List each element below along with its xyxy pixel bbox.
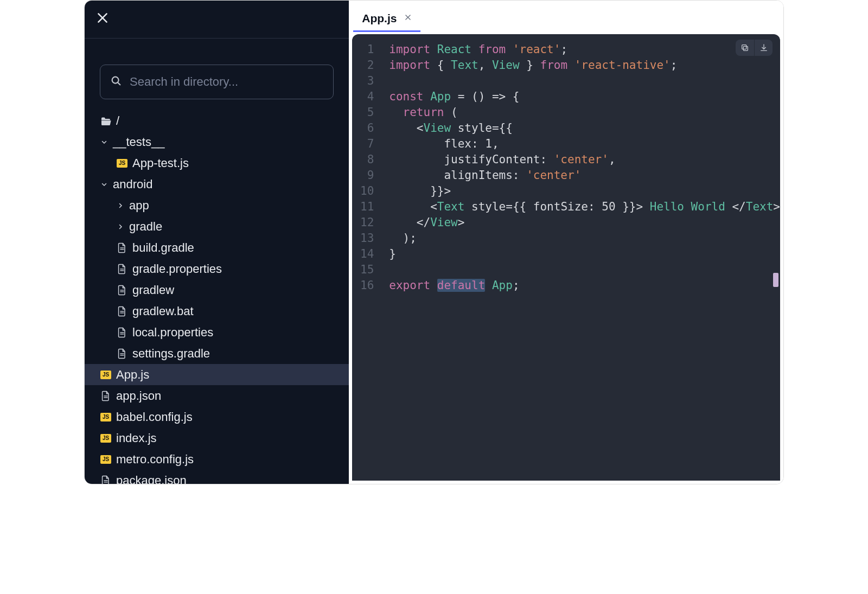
tree-item-indexjs[interactable]: JSindex.js [85, 427, 349, 449]
sidebar-top-bar [85, 1, 349, 39]
tree-item-app[interactable]: app [85, 195, 349, 216]
tree-item-label: gradlew [132, 283, 174, 297]
file-icon [116, 327, 128, 338]
file-icon [116, 348, 128, 359]
tree-item-buildgradle[interactable]: build.gradle [85, 237, 349, 258]
scrollbar-marker[interactable] [773, 273, 778, 287]
code-line: flex: 1, [381, 136, 780, 152]
tree-item-package[interactable]: package.json [85, 470, 349, 484]
code-line: ); [381, 231, 780, 246]
root-folder[interactable]: / [85, 110, 349, 131]
tree-item-label: metro.config.js [116, 452, 194, 467]
chevron-down-icon [100, 181, 108, 188]
code-line: <View style={{ [381, 120, 780, 136]
folder-open-icon [100, 117, 112, 125]
search-input[interactable] [130, 75, 323, 89]
editor-tab-bar: App.js [349, 1, 783, 32]
tree-item-gradlewbat[interactable]: gradlew.bat [85, 301, 349, 322]
js-file-icon: JS [100, 413, 112, 421]
tree-item-appjson[interactable]: app.json [85, 385, 349, 406]
svg-rect-23 [742, 45, 746, 49]
tree-item-android[interactable]: android [85, 174, 349, 195]
tree-item-label: android [113, 177, 152, 191]
line-number: 16 [352, 278, 381, 293]
code-line: import { Text, View } from 'react-native… [381, 58, 780, 73]
tree-item-metro[interactable]: JSmetro.config.js [85, 449, 349, 470]
tree-item-gradlew[interactable]: gradlew [85, 279, 349, 301]
tab-label: App.js [362, 12, 397, 25]
svg-rect-22 [743, 46, 748, 50]
code-line: }}> [381, 183, 780, 199]
code-line: return ( [381, 105, 780, 120]
search-box[interactable] [100, 65, 334, 99]
line-number: 5 [352, 105, 381, 120]
code-line: export default App; [381, 278, 780, 293]
js-file-icon: JS [116, 159, 128, 168]
tree-item-label: gradle.properties [132, 262, 222, 276]
file-icon [100, 475, 112, 484]
tree-item-label: settings.gradle [132, 347, 210, 361]
code-line [381, 73, 780, 89]
search-container [85, 39, 349, 106]
code-line: } [381, 246, 780, 262]
tree-item-appjs[interactable]: JSApp.js [85, 364, 349, 385]
tab-app-js[interactable]: App.js [353, 7, 420, 32]
js-file-icon: JS [100, 455, 112, 464]
tree-item-babel[interactable]: JSbabel.config.js [85, 406, 349, 427]
tree-item-label: app.json [116, 389, 161, 403]
code-line: justifyContent: 'center', [381, 152, 780, 168]
tree-item-tests[interactable]: __tests__ [85, 131, 349, 152]
close-icon[interactable] [95, 11, 110, 28]
tree-item-gradleprops[interactable]: gradle.properties [85, 258, 349, 279]
tree-item-label: app [129, 199, 149, 213]
close-tab-icon[interactable] [404, 13, 412, 24]
tree-item-label: gradlew.bat [132, 304, 194, 318]
tree-item-apptest[interactable]: JSApp-test.js [85, 152, 349, 174]
line-number: 6 [352, 120, 381, 136]
tree-item-label: build.gradle [132, 241, 194, 255]
tree-item-label: App-test.js [132, 156, 189, 170]
code-content: 1import React from 'react';2import { Tex… [352, 34, 780, 293]
tree-item-gradle[interactable]: gradle [85, 216, 349, 237]
chevron-right-icon [116, 202, 125, 209]
code-line: <Text style={{ fontSize: 50 }}> Hello Wo… [381, 199, 780, 215]
tree-item-label: package.json [116, 474, 187, 484]
download-button[interactable] [754, 40, 773, 56]
code-line: import React from 'react'; [381, 42, 780, 58]
line-number: 12 [352, 215, 381, 231]
chevron-right-icon [116, 223, 125, 230]
search-icon [110, 75, 122, 89]
file-explorer-sidebar: / __tests__JSApp-test.jsandroidappgradle… [85, 1, 349, 484]
file-icon [116, 285, 128, 296]
tree-item-settingsgradle[interactable]: settings.gradle [85, 343, 349, 364]
root-label: / [116, 114, 119, 128]
line-number: 14 [352, 246, 381, 262]
line-number: 7 [352, 136, 381, 152]
file-icon [116, 264, 128, 274]
code-editor: App.js 1import React from 'react';2impor… [349, 1, 783, 484]
line-number: 15 [352, 262, 381, 278]
tree-item-localprops[interactable]: local.properties [85, 322, 349, 343]
tree-item-label: gradle [129, 220, 162, 234]
file-icon [116, 306, 128, 317]
copy-button[interactable] [736, 40, 754, 56]
file-icon [116, 242, 128, 253]
tree-item-label: local.properties [132, 325, 213, 340]
tree-item-label: __tests__ [113, 135, 164, 149]
tree-item-label: App.js [116, 368, 149, 382]
line-number: 13 [352, 231, 381, 246]
line-number: 11 [352, 199, 381, 215]
js-file-icon: JS [100, 371, 112, 379]
code-area[interactable]: 1import React from 'react';2import { Tex… [352, 34, 780, 481]
svg-line-3 [118, 82, 120, 85]
code-line: const App = () => { [381, 89, 780, 105]
file-icon [100, 391, 112, 401]
line-number: 2 [352, 58, 381, 73]
tree-item-label: index.js [116, 431, 157, 445]
line-number: 4 [352, 89, 381, 105]
line-number: 1 [352, 42, 381, 58]
code-line [381, 262, 780, 278]
line-number: 8 [352, 152, 381, 168]
tree-item-label: babel.config.js [116, 410, 193, 424]
js-file-icon: JS [100, 434, 112, 443]
